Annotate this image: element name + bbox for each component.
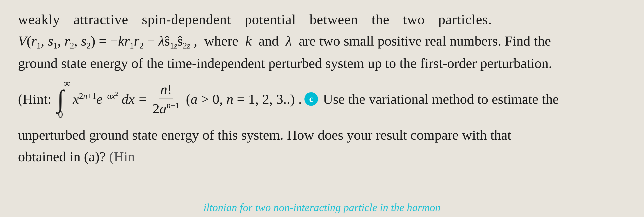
fraction-denominator: 2an+1	[151, 99, 181, 117]
formula-v: V(r1, s1, r2, s2) = −kr1r2 − λŝ1zŝ2z , w…	[18, 30, 551, 52]
line3-text: ground state energy of the time-independ…	[18, 56, 552, 71]
word-between: between	[310, 9, 358, 30]
line6-text: obtained in (a)?	[18, 146, 109, 167]
variational-text: Use the variational method to estimate t…	[323, 88, 559, 110]
watermark-label: iltonian for two non-interacting particl…	[204, 201, 440, 213]
page-content: weakly attractive spin-dependent potenti…	[0, 0, 644, 217]
word-particles: particles.	[438, 9, 492, 30]
word-two: two	[403, 9, 425, 30]
integral-expression: ∞ ∫ 0 x2n+1e−ax2 dx	[57, 79, 136, 120]
fraction: n! 2an+1	[151, 81, 181, 117]
fraction-numerator: n!	[159, 81, 173, 99]
circle-c-badge: c	[304, 92, 318, 106]
line-5: unperturbed ground state energy of this …	[18, 124, 626, 146]
word-potential: potential	[245, 9, 296, 30]
line-1: weakly attractive spin-dependent potenti…	[18, 9, 626, 30]
condition-text: (a > 0, n = 1, 2, 3..) .	[186, 88, 302, 110]
word-spin-dependent: spin-dependent	[142, 9, 231, 30]
word-weakly: weakly	[18, 9, 60, 30]
line5-text: unperturbed ground state energy of this …	[18, 127, 511, 143]
word-the: the	[372, 9, 389, 30]
word-attractive: attractive	[74, 9, 128, 30]
equals-sign: =	[139, 88, 147, 110]
line6-hint-partial: (Hin	[109, 146, 135, 167]
line-2: V(r1, s1, r2, s2) = −kr1r2 − λŝ1zŝ2z , w…	[18, 30, 626, 52]
line-3: ground state energy of the time-independ…	[18, 52, 626, 74]
watermark-text: iltonian for two non-interacting particl…	[0, 199, 644, 217]
line-6: obtained in (a)? (Hin	[18, 146, 626, 167]
hint-label: (Hint:	[18, 88, 55, 110]
line-4: (Hint: ∞ ∫ 0 x2n+1e−ax2 dx = n! 2an+1 (a…	[18, 79, 626, 120]
